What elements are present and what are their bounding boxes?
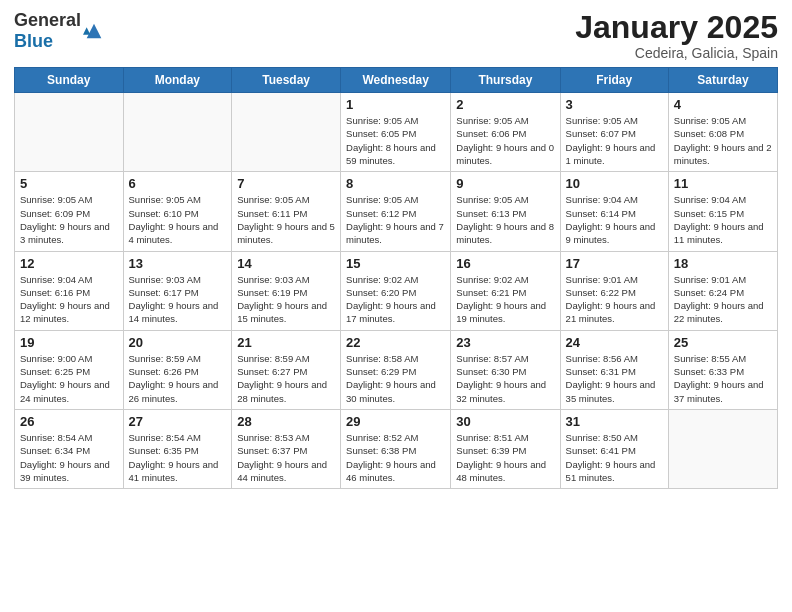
header-monday: Monday	[123, 68, 232, 93]
title-area: January 2025 Cedeira, Galicia, Spain	[575, 10, 778, 61]
day-info: Sunrise: 9:02 AMSunset: 6:21 PMDaylight:…	[456, 273, 554, 326]
day-number: 23	[456, 335, 554, 350]
logo-icon	[83, 20, 105, 42]
day-info: Sunrise: 9:05 AMSunset: 6:09 PMDaylight:…	[20, 193, 118, 246]
day-info: Sunrise: 8:56 AMSunset: 6:31 PMDaylight:…	[566, 352, 663, 405]
day-info: Sunrise: 8:50 AMSunset: 6:41 PMDaylight:…	[566, 431, 663, 484]
calendar-cell-w2-d1: 13Sunrise: 9:03 AMSunset: 6:17 PMDayligh…	[123, 251, 232, 330]
calendar-cell-w0-d0	[15, 93, 124, 172]
day-number: 19	[20, 335, 118, 350]
day-info: Sunrise: 8:52 AMSunset: 6:38 PMDaylight:…	[346, 431, 445, 484]
day-number: 20	[129, 335, 227, 350]
month-title: January 2025	[575, 10, 778, 45]
svg-marker-1	[83, 27, 90, 34]
day-info: Sunrise: 9:01 AMSunset: 6:24 PMDaylight:…	[674, 273, 772, 326]
week-row-1: 5Sunrise: 9:05 AMSunset: 6:09 PMDaylight…	[15, 172, 778, 251]
svg-marker-0	[87, 24, 102, 39]
calendar-cell-w1-d4: 9Sunrise: 9:05 AMSunset: 6:13 PMDaylight…	[451, 172, 560, 251]
header-thursday: Thursday	[451, 68, 560, 93]
day-number: 6	[129, 176, 227, 191]
header-sunday: Sunday	[15, 68, 124, 93]
day-number: 31	[566, 414, 663, 429]
day-number: 22	[346, 335, 445, 350]
header: General Blue January 2025 Cedeira, Galic…	[14, 10, 778, 61]
day-number: 21	[237, 335, 335, 350]
calendar-cell-w0-d4: 2Sunrise: 9:05 AMSunset: 6:06 PMDaylight…	[451, 93, 560, 172]
calendar-cell-w3-d2: 21Sunrise: 8:59 AMSunset: 6:27 PMDayligh…	[232, 330, 341, 409]
calendar-cell-w4-d1: 27Sunrise: 8:54 AMSunset: 6:35 PMDayligh…	[123, 409, 232, 488]
day-info: Sunrise: 8:54 AMSunset: 6:34 PMDaylight:…	[20, 431, 118, 484]
logo-blue: Blue	[14, 31, 53, 51]
day-info: Sunrise: 9:05 AMSunset: 6:07 PMDaylight:…	[566, 114, 663, 167]
day-info: Sunrise: 8:59 AMSunset: 6:27 PMDaylight:…	[237, 352, 335, 405]
calendar-cell-w4-d5: 31Sunrise: 8:50 AMSunset: 6:41 PMDayligh…	[560, 409, 668, 488]
week-row-2: 12Sunrise: 9:04 AMSunset: 6:16 PMDayligh…	[15, 251, 778, 330]
calendar-cell-w1-d2: 7Sunrise: 9:05 AMSunset: 6:11 PMDaylight…	[232, 172, 341, 251]
calendar-cell-w0-d3: 1Sunrise: 9:05 AMSunset: 6:05 PMDaylight…	[341, 93, 451, 172]
calendar-cell-w3-d5: 24Sunrise: 8:56 AMSunset: 6:31 PMDayligh…	[560, 330, 668, 409]
day-number: 1	[346, 97, 445, 112]
calendar-cell-w4-d4: 30Sunrise: 8:51 AMSunset: 6:39 PMDayligh…	[451, 409, 560, 488]
day-info: Sunrise: 8:58 AMSunset: 6:29 PMDaylight:…	[346, 352, 445, 405]
day-info: Sunrise: 9:05 AMSunset: 6:11 PMDaylight:…	[237, 193, 335, 246]
day-info: Sunrise: 9:05 AMSunset: 6:08 PMDaylight:…	[674, 114, 772, 167]
day-info: Sunrise: 9:05 AMSunset: 6:10 PMDaylight:…	[129, 193, 227, 246]
day-number: 18	[674, 256, 772, 271]
day-info: Sunrise: 9:01 AMSunset: 6:22 PMDaylight:…	[566, 273, 663, 326]
day-number: 12	[20, 256, 118, 271]
day-number: 2	[456, 97, 554, 112]
day-number: 13	[129, 256, 227, 271]
day-number: 30	[456, 414, 554, 429]
calendar-cell-w2-d0: 12Sunrise: 9:04 AMSunset: 6:16 PMDayligh…	[15, 251, 124, 330]
day-number: 28	[237, 414, 335, 429]
day-info: Sunrise: 9:05 AMSunset: 6:13 PMDaylight:…	[456, 193, 554, 246]
day-info: Sunrise: 8:51 AMSunset: 6:39 PMDaylight:…	[456, 431, 554, 484]
day-number: 25	[674, 335, 772, 350]
header-tuesday: Tuesday	[232, 68, 341, 93]
day-number: 11	[674, 176, 772, 191]
header-wednesday: Wednesday	[341, 68, 451, 93]
calendar-cell-w1-d5: 10Sunrise: 9:04 AMSunset: 6:14 PMDayligh…	[560, 172, 668, 251]
day-number: 10	[566, 176, 663, 191]
calendar-cell-w3-d1: 20Sunrise: 8:59 AMSunset: 6:26 PMDayligh…	[123, 330, 232, 409]
day-info: Sunrise: 9:03 AMSunset: 6:17 PMDaylight:…	[129, 273, 227, 326]
day-number: 26	[20, 414, 118, 429]
calendar-cell-w4-d0: 26Sunrise: 8:54 AMSunset: 6:34 PMDayligh…	[15, 409, 124, 488]
calendar-cell-w3-d3: 22Sunrise: 8:58 AMSunset: 6:29 PMDayligh…	[341, 330, 451, 409]
day-info: Sunrise: 9:05 AMSunset: 6:05 PMDaylight:…	[346, 114, 445, 167]
day-number: 29	[346, 414, 445, 429]
page: General Blue January 2025 Cedeira, Galic…	[0, 0, 792, 612]
week-row-0: 1Sunrise: 9:05 AMSunset: 6:05 PMDaylight…	[15, 93, 778, 172]
calendar-cell-w1-d3: 8Sunrise: 9:05 AMSunset: 6:12 PMDaylight…	[341, 172, 451, 251]
calendar-cell-w0-d5: 3Sunrise: 9:05 AMSunset: 6:07 PMDaylight…	[560, 93, 668, 172]
logo: General Blue	[14, 10, 105, 52]
day-info: Sunrise: 9:04 AMSunset: 6:14 PMDaylight:…	[566, 193, 663, 246]
calendar-cell-w2-d4: 16Sunrise: 9:02 AMSunset: 6:21 PMDayligh…	[451, 251, 560, 330]
calendar-cell-w3-d0: 19Sunrise: 9:00 AMSunset: 6:25 PMDayligh…	[15, 330, 124, 409]
day-info: Sunrise: 8:59 AMSunset: 6:26 PMDaylight:…	[129, 352, 227, 405]
day-number: 17	[566, 256, 663, 271]
day-number: 27	[129, 414, 227, 429]
header-saturday: Saturday	[668, 68, 777, 93]
day-info: Sunrise: 8:55 AMSunset: 6:33 PMDaylight:…	[674, 352, 772, 405]
day-info: Sunrise: 8:54 AMSunset: 6:35 PMDaylight:…	[129, 431, 227, 484]
calendar-cell-w1-d0: 5Sunrise: 9:05 AMSunset: 6:09 PMDaylight…	[15, 172, 124, 251]
day-info: Sunrise: 9:00 AMSunset: 6:25 PMDaylight:…	[20, 352, 118, 405]
day-number: 24	[566, 335, 663, 350]
calendar-cell-w1-d1: 6Sunrise: 9:05 AMSunset: 6:10 PMDaylight…	[123, 172, 232, 251]
day-number: 15	[346, 256, 445, 271]
day-number: 4	[674, 97, 772, 112]
day-number: 8	[346, 176, 445, 191]
calendar-cell-w2-d3: 15Sunrise: 9:02 AMSunset: 6:20 PMDayligh…	[341, 251, 451, 330]
week-row-3: 19Sunrise: 9:00 AMSunset: 6:25 PMDayligh…	[15, 330, 778, 409]
calendar-cell-w3-d4: 23Sunrise: 8:57 AMSunset: 6:30 PMDayligh…	[451, 330, 560, 409]
day-info: Sunrise: 8:57 AMSunset: 6:30 PMDaylight:…	[456, 352, 554, 405]
calendar-header-row: Sunday Monday Tuesday Wednesday Thursday…	[15, 68, 778, 93]
location-subtitle: Cedeira, Galicia, Spain	[575, 45, 778, 61]
calendar-cell-w2-d2: 14Sunrise: 9:03 AMSunset: 6:19 PMDayligh…	[232, 251, 341, 330]
day-number: 14	[237, 256, 335, 271]
calendar-cell-w4-d2: 28Sunrise: 8:53 AMSunset: 6:37 PMDayligh…	[232, 409, 341, 488]
day-info: Sunrise: 9:04 AMSunset: 6:15 PMDaylight:…	[674, 193, 772, 246]
day-info: Sunrise: 9:04 AMSunset: 6:16 PMDaylight:…	[20, 273, 118, 326]
calendar-cell-w0-d1	[123, 93, 232, 172]
